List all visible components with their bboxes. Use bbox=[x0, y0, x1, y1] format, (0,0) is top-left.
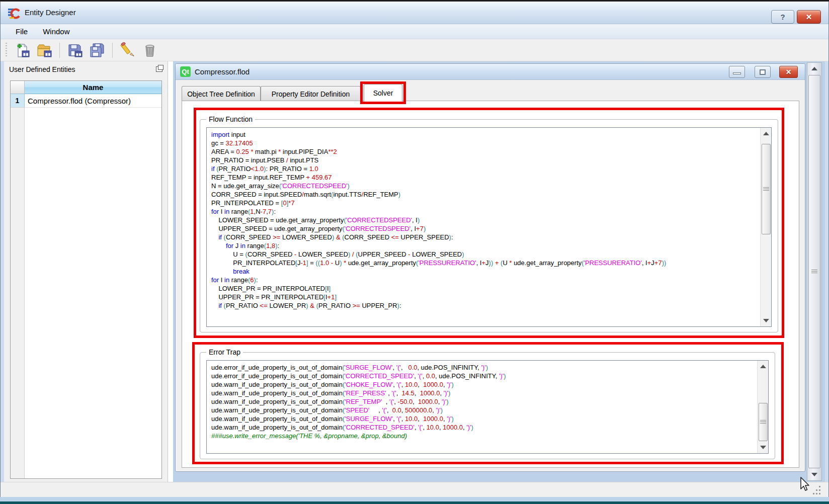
code-line: CORR_SPEED = input.SPEED/math.sqrt(input… bbox=[211, 190, 755, 199]
mdi-vertical-scrollbar[interactable] bbox=[807, 62, 822, 481]
window-title: Entity Designer bbox=[25, 8, 76, 17]
code-line: PR_INTERPOLATED[J-1] = ((1.0 - U) * ude.… bbox=[211, 259, 755, 267]
code-line: ude.warn_if_ude_property_is_out_of_domai… bbox=[211, 406, 752, 414]
code-line: AREA = 0.25 * math.pi * input.PIPE_DIA**… bbox=[211, 147, 755, 156]
code-line: UPPER_SPEED = ude.get_array_property('CO… bbox=[211, 224, 755, 233]
minimize-icon bbox=[733, 72, 741, 74]
code-line: LOWER_SPEED = ude.get_array_property('CO… bbox=[211, 216, 755, 224]
toolbar bbox=[1, 39, 828, 61]
code-line: ude.error_if_ude_property_is_out_of_doma… bbox=[211, 363, 752, 372]
code-line: UPPER_PR = PR_INTERPOLATED[I+1] bbox=[211, 293, 755, 301]
save-entity-icon bbox=[67, 42, 83, 58]
code-line: for J in range(1,8): bbox=[211, 241, 755, 250]
code-line: U = (CORR_SPEED - LOWER_SPEED) / (UPPER_… bbox=[211, 250, 755, 259]
table-row[interactable]: 1 Compressor.flod (Compressor) bbox=[11, 94, 161, 108]
code-line: break bbox=[211, 267, 755, 276]
window-left-border bbox=[0, 2, 4, 501]
flow-function-editor[interactable]: import inputgc = 32.17405AREA = 0.25 * m… bbox=[206, 127, 772, 327]
dock-header[interactable]: User Defined Entities bbox=[4, 62, 168, 76]
tab-object-tree-definition[interactable]: Object Tree Definition bbox=[182, 86, 261, 101]
entity-designer-window: Entity Designer ? ✕ File Window bbox=[0, 0, 829, 504]
error-trap-code[interactable]: ude.error_if_ude_property_is_out_of_doma… bbox=[207, 361, 757, 453]
flow-function-label: Flow Function bbox=[206, 115, 255, 123]
delete-entity-button[interactable] bbox=[139, 41, 161, 60]
window-right-border bbox=[825, 2, 829, 501]
scrollbar-thumb[interactable] bbox=[808, 75, 820, 468]
flow-function-group: Flow Function import inputgc = 32.17405A… bbox=[200, 119, 778, 332]
thumb-grip-icon bbox=[763, 187, 769, 191]
status-bar bbox=[1, 482, 828, 497]
scroll-down-icon[interactable] bbox=[760, 446, 766, 449]
menu-file[interactable]: File bbox=[10, 26, 34, 37]
name-column-header[interactable]: Name bbox=[25, 81, 161, 94]
code-line: REF_TEMP = input.REF_TEMP + 459.67 bbox=[211, 173, 755, 182]
toolbar-separator bbox=[112, 43, 113, 58]
close-window-button[interactable]: ✕ bbox=[797, 10, 821, 24]
help-button[interactable]: ? bbox=[771, 10, 794, 24]
restore-button[interactable] bbox=[755, 66, 771, 78]
code-line: if (PR_RATIO <= LOWER_PR) & (PR_RATIO >=… bbox=[211, 301, 755, 310]
minimize-button[interactable] bbox=[729, 66, 745, 78]
code-line: gc = 32.17405 bbox=[211, 139, 755, 147]
code-line: import input bbox=[211, 130, 755, 139]
flow-function-scrollbar[interactable] bbox=[760, 128, 771, 326]
code-line: PR_INTERPOLATED = [0]*7 bbox=[211, 199, 755, 207]
tab-property-editor-definition[interactable]: Property Editor Definition bbox=[261, 86, 361, 101]
scrollbar-thumb[interactable] bbox=[759, 403, 768, 441]
code-line: if (PR_RATIO<1.0): PR_RATIO = 1.0 bbox=[211, 164, 755, 173]
error-trap-scrollbar[interactable] bbox=[757, 361, 768, 453]
table-corner-cell bbox=[11, 81, 25, 94]
scroll-up-icon[interactable] bbox=[763, 132, 769, 135]
tab-solver[interactable]: Solver bbox=[364, 84, 402, 102]
save-all-icon bbox=[89, 42, 105, 58]
scroll-down-icon[interactable] bbox=[763, 319, 769, 322]
error-trap-group: Error Trap ude.error_if_ude_property_is_… bbox=[200, 352, 775, 459]
restore-icon bbox=[760, 69, 766, 75]
child-window-title: Compressor.flod bbox=[195, 67, 250, 76]
open-entity-icon bbox=[36, 42, 52, 58]
error-trap-editor[interactable]: ude.error_if_ude_property_is_out_of_doma… bbox=[206, 360, 769, 454]
entities-table: Name 1 Compressor.flod (Compressor) bbox=[10, 80, 162, 479]
pencil-icon bbox=[120, 42, 136, 58]
code-line: ude.warn_if_ude_property_is_out_of_domai… bbox=[211, 389, 752, 397]
entity-name-cell[interactable]: Compressor.flod (Compressor) bbox=[25, 94, 161, 108]
save-all-entities-button[interactable] bbox=[86, 41, 108, 60]
save-entity-button[interactable] bbox=[64, 41, 86, 60]
user-defined-entities-panel: User Defined Entities Name 1 Compressor.… bbox=[4, 61, 168, 482]
child-title-bar[interactable]: Qt Compressor.flod ✕ bbox=[176, 64, 805, 80]
code-line: for I in range(6): bbox=[211, 276, 755, 284]
scroll-up-icon[interactable] bbox=[760, 365, 766, 368]
menu-bar: File Window bbox=[1, 24, 828, 39]
trash-icon bbox=[142, 42, 158, 58]
code-line: ude.error_if_ude_property_is_out_of_doma… bbox=[211, 372, 752, 380]
code-line: for I in range(1,N-7,7): bbox=[211, 207, 755, 216]
code-line: ude.warn_if_ude_property_is_out_of_domai… bbox=[211, 397, 752, 406]
scroll-down-icon[interactable] bbox=[811, 473, 817, 476]
screen-bottom-edge bbox=[0, 501, 829, 504]
scrollbar-thumb[interactable] bbox=[762, 144, 771, 234]
edit-entity-button[interactable] bbox=[117, 41, 139, 60]
window-bottom-border bbox=[0, 497, 829, 501]
mdi-area: Qt Compressor.flod ✕ Object Tree Definit… bbox=[173, 61, 825, 482]
mouse-cursor bbox=[799, 477, 810, 492]
code-line: ###use.write_error_message('THE %, &prop… bbox=[211, 432, 752, 440]
new-entity-button[interactable] bbox=[11, 41, 33, 60]
title-bar[interactable]: Entity Designer ? ✕ bbox=[1, 2, 828, 24]
toolbar-drag-handle[interactable] bbox=[6, 43, 7, 58]
resize-grip[interactable] bbox=[811, 486, 822, 496]
float-panel-icon[interactable] bbox=[156, 66, 162, 72]
thumb-grip-icon bbox=[760, 420, 766, 424]
thumb-grip-icon bbox=[811, 270, 817, 274]
dock-title: User Defined Entities bbox=[9, 65, 75, 73]
close-child-button[interactable]: ✕ bbox=[779, 66, 798, 78]
flow-function-code[interactable]: import inputgc = 32.17405AREA = 0.25 * m… bbox=[207, 128, 760, 326]
open-entity-button[interactable] bbox=[33, 41, 55, 60]
compressor-flod-window[interactable]: Qt Compressor.flod ✕ Object Tree Definit… bbox=[175, 63, 805, 472]
error-trap-label: Error Trap bbox=[206, 348, 243, 356]
menu-window[interactable]: Window bbox=[37, 26, 75, 37]
toolbar-separator bbox=[59, 43, 60, 58]
code-line: ude.warn_if_ude_property_is_out_of_domai… bbox=[211, 380, 752, 389]
qt-logo-icon: Qt bbox=[180, 66, 191, 77]
new-entity-icon bbox=[14, 42, 30, 58]
scroll-up-icon[interactable] bbox=[811, 67, 817, 70]
